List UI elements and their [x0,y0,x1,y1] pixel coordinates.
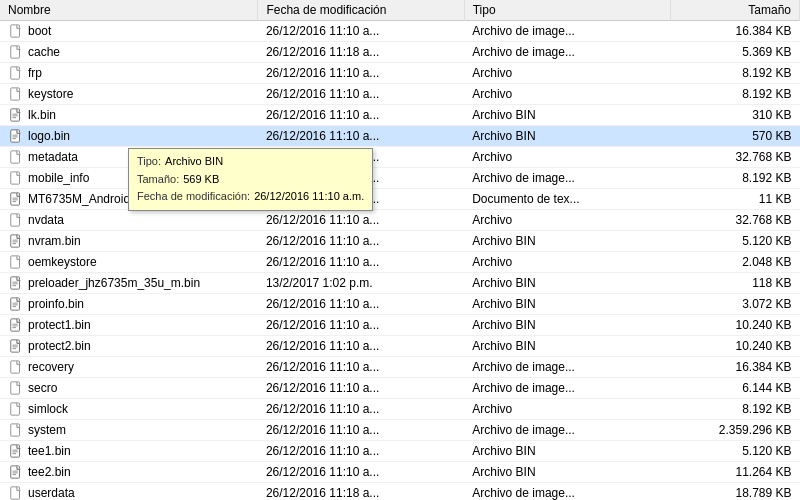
file-date: 26/12/2016 11:10 a... [258,315,464,336]
file-type: Archivo BIN [464,315,670,336]
file-name: preloader_jhz6735m_35u_m.bin [28,276,200,290]
table-row[interactable]: system26/12/2016 11:10 a...Archivo de im… [0,420,800,441]
file-date: 26/12/2016 11:10 a... [258,231,464,252]
tooltip-tamano-value: 569 KB [183,171,219,189]
file-name: frp [28,66,42,80]
file-name: system [28,423,66,437]
table-row[interactable]: MT6735M_Android_...26/12/2016 11:10 a...… [0,189,800,210]
table-row[interactable]: metadata26/12/2016 11:10 a...Archivo32.7… [0,147,800,168]
table-row[interactable]: logo.bin26/12/2016 11:10 a...Archivo BIN… [0,126,800,147]
file-name: protect1.bin [28,318,91,332]
table-row[interactable]: tee2.bin26/12/2016 11:10 a...Archivo BIN… [0,462,800,483]
table-row[interactable]: mobile_info26/12/2016 11:10 a...Archivo … [0,168,800,189]
file-icon [8,233,24,249]
file-type: Archivo [464,399,670,420]
table-row[interactable]: lk.bin26/12/2016 11:10 a...Archivo BIN31… [0,105,800,126]
file-icon [8,191,24,207]
file-icon [8,380,24,396]
table-row[interactable]: nvram.bin26/12/2016 11:10 a...Archivo BI… [0,231,800,252]
table-row[interactable]: proinfo.bin26/12/2016 11:10 a...Archivo … [0,294,800,315]
table-row[interactable]: simlock26/12/2016 11:10 a...Archivo8.192… [0,399,800,420]
file-size: 8.192 KB [671,84,800,105]
file-size: 570 KB [671,126,800,147]
file-type: Archivo BIN [464,126,670,147]
file-size: 8.192 KB [671,63,800,84]
file-size: 10.240 KB [671,336,800,357]
file-date: 26/12/2016 11:10 a... [258,126,464,147]
file-size: 11 KB [671,189,800,210]
file-name: mobile_info [28,171,89,185]
file-icon [8,128,24,144]
file-icon [8,149,24,165]
file-icon [8,338,24,354]
file-type: Archivo BIN [464,231,670,252]
table-row[interactable]: recovery26/12/2016 11:10 a...Archivo de … [0,357,800,378]
file-size: 32.768 KB [671,210,800,231]
file-type: Archivo de image... [464,21,670,42]
file-icon [8,170,24,186]
file-date: 26/12/2016 11:10 a... [258,399,464,420]
table-row[interactable]: preloader_jhz6735m_35u_m.bin13/2/2017 1:… [0,273,800,294]
file-size: 5.369 KB [671,42,800,63]
file-size: 16.384 KB [671,21,800,42]
file-size: 11.264 KB [671,462,800,483]
file-size: 3.072 KB [671,294,800,315]
file-icon [8,485,24,500]
file-name: logo.bin [28,129,70,143]
file-type: Archivo BIN [464,294,670,315]
file-type: Archivo [464,252,670,273]
table-row[interactable]: nvdata26/12/2016 11:10 a...Archivo32.768… [0,210,800,231]
table-row[interactable]: secro26/12/2016 11:10 a...Archivo de ima… [0,378,800,399]
table-row[interactable]: oemkeystore26/12/2016 11:10 a...Archivo2… [0,252,800,273]
file-date: 26/12/2016 11:10 a... [258,252,464,273]
file-type: Archivo de image... [464,357,670,378]
file-icon [8,107,24,123]
tooltip-tipo-label: Tipo: [137,153,161,171]
table-row[interactable]: protect1.bin26/12/2016 11:10 a...Archivo… [0,315,800,336]
table-row[interactable]: cache26/12/2016 11:18 a...Archivo de ima… [0,42,800,63]
file-icon [8,212,24,228]
table-row[interactable]: tee1.bin26/12/2016 11:10 a...Archivo BIN… [0,441,800,462]
file-date: 26/12/2016 11:18 a... [258,42,464,63]
file-name: proinfo.bin [28,297,84,311]
file-name: nvram.bin [28,234,81,248]
file-icon [8,65,24,81]
file-icon [8,422,24,438]
table-row[interactable]: userdata26/12/2016 11:18 a...Archivo de … [0,483,800,501]
file-name: cache [28,45,60,59]
file-icon [8,401,24,417]
file-name: nvdata [28,213,64,227]
file-size: 16.384 KB [671,357,800,378]
file-list[interactable]: Nombre Fecha de modificación Tipo Tamaño… [0,0,800,500]
file-date: 26/12/2016 11:10 a... [258,441,464,462]
file-type: Archivo BIN [464,462,670,483]
file-name: metadata [28,150,78,164]
col-header-size[interactable]: Tamaño [671,0,800,21]
col-header-name[interactable]: Nombre [0,0,258,21]
table-row[interactable]: boot26/12/2016 11:10 a...Archivo de imag… [0,21,800,42]
file-date: 13/2/2017 1:02 p.m. [258,273,464,294]
file-icon [8,44,24,60]
table-row[interactable]: frp26/12/2016 11:10 a...Archivo8.192 KB [0,63,800,84]
file-name: userdata [28,486,75,500]
col-header-date[interactable]: Fecha de modificación [258,0,464,21]
file-type: Archivo BIN [464,336,670,357]
tooltip-tamano-label: Tamaño: [137,171,179,189]
col-header-type[interactable]: Tipo [464,0,670,21]
table-row[interactable]: keystore26/12/2016 11:10 a...Archivo8.19… [0,84,800,105]
file-size: 118 KB [671,273,800,294]
file-date: 26/12/2016 11:10 a... [258,462,464,483]
file-icon [8,359,24,375]
table-row[interactable]: protect2.bin26/12/2016 11:10 a...Archivo… [0,336,800,357]
file-date: 26/12/2016 11:10 a... [258,63,464,84]
file-date: 26/12/2016 11:10 a... [258,336,464,357]
file-name: lk.bin [28,108,56,122]
file-size: 2.048 KB [671,252,800,273]
file-type: Archivo de image... [464,420,670,441]
tooltip-fecha-label: Fecha de modificación: [137,188,250,206]
file-size: 8.192 KB [671,168,800,189]
file-name: protect2.bin [28,339,91,353]
file-name: simlock [28,402,68,416]
file-date: 26/12/2016 11:10 a... [258,105,464,126]
file-icon [8,296,24,312]
